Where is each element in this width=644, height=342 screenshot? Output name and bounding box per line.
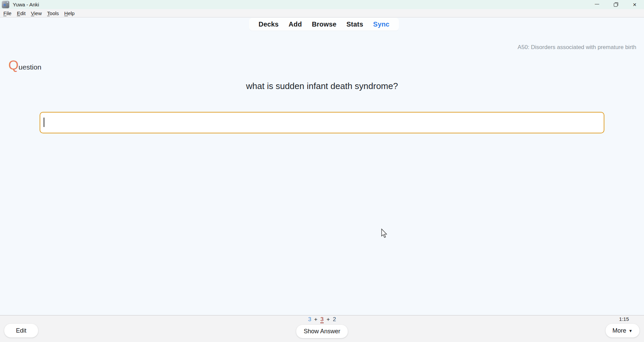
restore-icon — [614, 2, 618, 7]
text-caret — [44, 118, 44, 127]
anki-small-star-icon: ★ — [6, 1, 9, 4]
tab-add[interactable]: Add — [289, 20, 302, 28]
review-count: 2 — [333, 316, 336, 323]
chevron-down-icon: ▼ — [629, 329, 633, 333]
anki-window: ★ ★ Yuwa - Anki — ✕ File Edit View Tools… — [0, 0, 644, 342]
card-question-text: what is sudden infant death syndrome? — [0, 81, 644, 91]
menu-bar: File Edit View Tools Help — [0, 9, 644, 17]
menu-file-accel: F — [3, 10, 6, 16]
learning-count: 3 — [320, 316, 323, 323]
show-answer-button[interactable]: Show Answer — [296, 325, 348, 338]
close-icon: ✕ — [633, 2, 637, 7]
menu-tools-rest: ools — [50, 10, 59, 16]
menu-file-rest: ile — [6, 10, 11, 16]
answer-timer: 1:15 — [619, 316, 629, 322]
question-label: Question — [8, 58, 41, 72]
menu-help-accel: H — [64, 10, 68, 16]
type-answer-input[interactable] — [40, 112, 604, 133]
question-label-initial: Q — [8, 58, 18, 72]
counts-plus: + — [326, 316, 330, 323]
main-toolbar: Decks Add Browse Stats Sync — [249, 18, 399, 31]
question-label-rest: uestion — [18, 63, 41, 71]
menu-view-accel: V — [31, 10, 34, 16]
tab-sync[interactable]: Sync — [373, 20, 389, 28]
menu-help[interactable]: Help — [61, 10, 77, 16]
close-button[interactable]: ✕ — [625, 0, 644, 9]
window-title: Yuwa - Anki — [13, 2, 39, 7]
minimize-icon: — — [595, 1, 599, 6]
bottom-bar: Edit 3 + 3 + 2 Show Answer 1:15 More ▼ — [0, 315, 644, 342]
minimize-button[interactable]: — — [588, 0, 606, 9]
deck-name: A50: Disorders associated with premature… — [518, 44, 636, 51]
menu-tools-accel: T — [47, 10, 50, 16]
tab-decks[interactable]: Decks — [259, 20, 279, 28]
mouse-cursor — [380, 228, 388, 239]
window-controls: — ✕ — [588, 0, 644, 9]
tab-stats[interactable]: Stats — [347, 20, 363, 28]
edit-button[interactable]: Edit — [4, 324, 38, 338]
new-count: 3 — [308, 316, 311, 323]
menu-edit-rest: dit — [20, 10, 26, 16]
menu-file[interactable]: File — [1, 10, 14, 16]
menu-view-rest: iew — [34, 10, 42, 16]
menu-edit-accel: E — [17, 10, 20, 16]
tab-browse[interactable]: Browse — [312, 20, 336, 28]
menu-help-rest: elp — [68, 10, 75, 16]
card-counts: 3 + 3 + 2 — [0, 316, 644, 323]
restore-button[interactable] — [606, 0, 625, 9]
menu-tools[interactable]: Tools — [44, 10, 61, 16]
anki-app-icon: ★ ★ — [2, 1, 9, 8]
counts-plus: + — [314, 316, 318, 323]
more-button[interactable]: More ▼ — [605, 324, 640, 338]
title-bar: ★ ★ Yuwa - Anki — ✕ — [0, 0, 644, 9]
menu-view[interactable]: View — [28, 10, 44, 16]
more-button-label: More — [612, 327, 626, 334]
menu-edit[interactable]: Edit — [14, 10, 28, 16]
